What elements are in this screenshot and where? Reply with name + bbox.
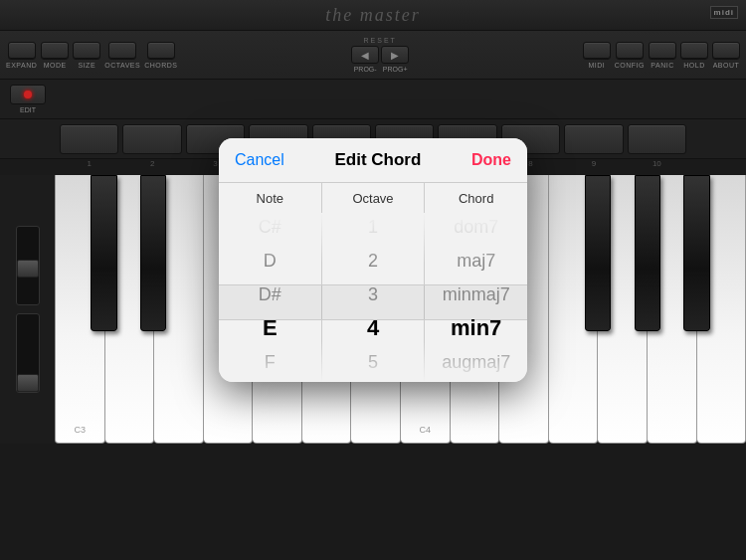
picker-item[interactable]: min7	[425, 311, 527, 345]
picker-item[interactable]: augmaj7	[425, 345, 527, 379]
note-picker-items: C#DD#EFF#G	[219, 210, 321, 382]
octave-picker-items: 1234567	[322, 210, 425, 382]
done-button[interactable]: Done	[471, 151, 511, 169]
dialog-overlay: Cancel Edit Chord Done Note C#DD#EFF#G O…	[0, 0, 746, 560]
picker-item[interactable]: E	[219, 311, 321, 345]
note-picker-col[interactable]: Note C#DD#EFF#G	[219, 183, 321, 382]
picker-item[interactable]: D	[219, 244, 321, 278]
dialog-title: Edit Chord	[334, 150, 421, 170]
picker-item[interactable]: F#	[219, 379, 321, 382]
picker-item[interactable]: 3	[322, 278, 425, 311]
edit-chord-dialog: Cancel Edit Chord Done Note C#DD#EFF#G O…	[219, 138, 527, 382]
picker-item[interactable]: D#	[219, 278, 321, 311]
chord-picker-items: dom7maj7minmaj7min7augmaj7aug7min7dim5	[425, 210, 527, 382]
chord-col-header: Chord	[459, 183, 493, 210]
picker-item[interactable]: 5	[322, 345, 425, 379]
picker-item[interactable]: dom7	[425, 210, 527, 244]
dialog-content: Note C#DD#EFF#G Octave 1234567 Chord dom…	[219, 183, 527, 382]
picker-item[interactable]: 4	[322, 311, 425, 345]
cancel-button[interactable]: Cancel	[235, 151, 284, 169]
picker-item[interactable]: C#	[219, 210, 321, 244]
picker-item[interactable]: F	[219, 345, 321, 379]
picker-item[interactable]: aug7	[425, 379, 527, 382]
picker-item[interactable]: maj7	[425, 244, 527, 278]
picker-item[interactable]: 6	[322, 379, 425, 382]
note-col-header: Note	[257, 183, 283, 210]
octave-col-header: Octave	[352, 183, 393, 210]
dialog-header: Cancel Edit Chord Done	[219, 138, 527, 183]
chord-picker-col[interactable]: Chord dom7maj7minmaj7min7augmaj7aug7min7…	[425, 183, 527, 382]
picker-item[interactable]: minmaj7	[425, 278, 527, 311]
picker-item[interactable]: 1	[322, 210, 425, 244]
octave-picker-col[interactable]: Octave 1234567	[322, 183, 425, 382]
picker-item[interactable]: 2	[322, 244, 425, 278]
